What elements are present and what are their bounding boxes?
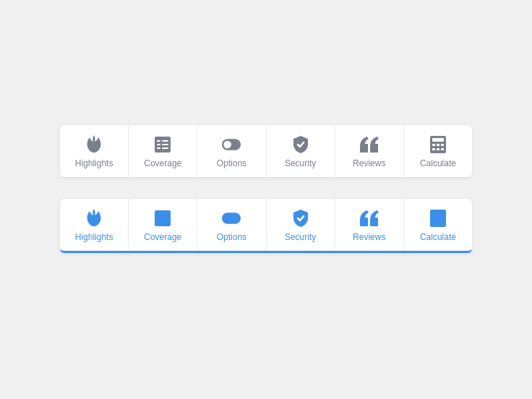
shield-icon	[291, 135, 310, 154]
svg-rect-12	[432, 144, 435, 146]
svg-rect-22	[157, 218, 160, 219]
svg-rect-20	[157, 214, 160, 215]
svg-rect-5	[162, 144, 168, 145]
svg-rect-25	[162, 221, 168, 223]
svg-point-9	[224, 140, 232, 148]
tab-security-inactive-label: Security	[285, 158, 316, 168]
tab-coverage-inactive[interactable]: Coverage	[129, 125, 197, 177]
list-icon-active	[153, 209, 172, 228]
tab-coverage-active-label: Coverage	[144, 232, 181, 242]
toggle-icon	[222, 135, 241, 154]
tab-reviews-inactive-label: Reviews	[353, 158, 385, 168]
tab-security-inactive[interactable]: Security	[267, 125, 335, 177]
tab-reviews-active[interactable]: Reviews	[335, 199, 404, 251]
svg-rect-15	[432, 148, 435, 150]
tab-reviews-inactive[interactable]: Reviews	[335, 125, 404, 177]
active-tab-bar: Highlights Coverage Options	[60, 199, 472, 253]
svg-point-0	[91, 147, 97, 153]
svg-rect-29	[432, 212, 444, 215]
tab-calculate-inactive-label: Calculate	[420, 158, 456, 168]
calc-icon	[429, 135, 447, 154]
tab-options-inactive[interactable]: Options	[197, 125, 266, 177]
tab-coverage-inactive-label: Coverage	[144, 158, 181, 168]
quote-icon	[360, 135, 379, 154]
inactive-tab-bar: Highlights Coverage Options	[60, 125, 472, 177]
svg-rect-34	[437, 222, 439, 224]
quote-icon-active	[360, 209, 379, 228]
shield-icon-active	[291, 209, 310, 228]
tab-calculate-active[interactable]: Calculate	[404, 199, 472, 251]
tab-options-active-label: Options	[217, 232, 246, 242]
tab-coverage-active[interactable]: Coverage	[129, 199, 197, 251]
svg-rect-2	[157, 140, 160, 142]
calc-icon-active	[429, 209, 447, 228]
svg-rect-32	[441, 218, 444, 220]
svg-rect-7	[162, 147, 168, 149]
svg-rect-31	[437, 218, 439, 220]
toggle-icon-active	[222, 209, 241, 228]
list-icon	[153, 135, 172, 154]
tab-options-inactive-label: Options	[217, 158, 246, 168]
tab-highlights-active-label: Highlights	[75, 232, 113, 242]
tab-highlights-inactive-label: Highlights	[75, 158, 113, 168]
svg-rect-13	[437, 144, 439, 146]
tab-calculate-inactive[interactable]: Calculate	[404, 125, 472, 177]
svg-rect-14	[441, 144, 444, 146]
tab-highlights-active[interactable]: Highlights	[60, 199, 129, 251]
svg-point-27	[224, 214, 232, 222]
svg-rect-3	[162, 140, 168, 142]
tab-reviews-active-label: Reviews	[353, 232, 385, 242]
svg-rect-4	[157, 144, 160, 145]
svg-rect-24	[157, 221, 160, 223]
svg-rect-21	[162, 214, 168, 215]
tab-security-active-label: Security	[285, 232, 316, 242]
svg-rect-23	[162, 218, 168, 219]
tab-highlights-inactive[interactable]: Highlights	[60, 125, 129, 177]
svg-rect-17	[441, 148, 444, 150]
tab-security-active[interactable]: Security	[267, 199, 335, 251]
svg-rect-16	[437, 148, 439, 150]
flame-icon-active	[85, 209, 103, 228]
svg-point-18	[91, 220, 97, 226]
tab-calculate-active-label: Calculate	[420, 232, 456, 242]
svg-rect-33	[432, 222, 435, 224]
svg-rect-11	[432, 138, 444, 142]
flame-icon	[85, 135, 103, 154]
svg-rect-6	[157, 147, 160, 149]
svg-rect-35	[441, 222, 444, 224]
svg-rect-30	[432, 218, 435, 220]
tab-options-active[interactable]: Options	[197, 199, 266, 251]
